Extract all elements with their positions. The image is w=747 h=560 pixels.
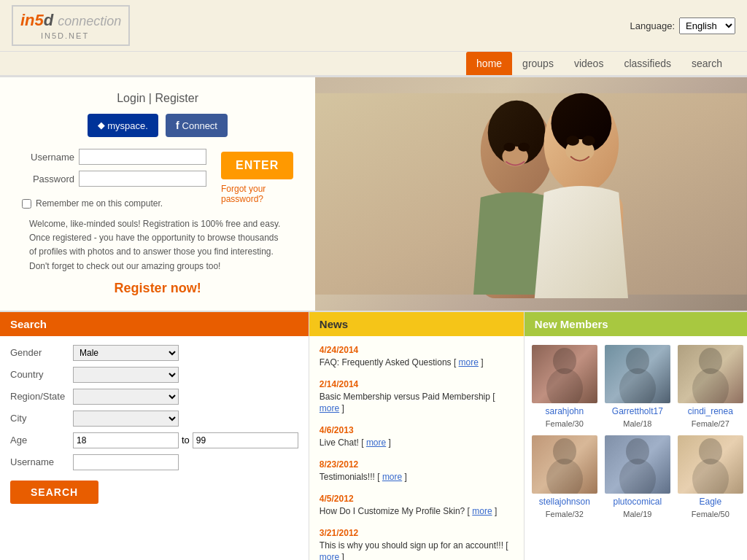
- city-select[interactable]: [73, 411, 179, 427]
- login-link[interactable]: Login: [117, 92, 145, 104]
- social-buttons: ◆ myspace. f Connect: [88, 114, 228, 137]
- country-control: United States Canada United Kingdom: [73, 367, 179, 383]
- age-to-input[interactable]: [193, 432, 298, 448]
- member-card[interactable]: cindi_renea Female/27: [678, 345, 743, 428]
- member-card[interactable]: Eagle Female/50: [678, 435, 743, 518]
- member-card[interactable]: plutocomical Male/19: [605, 435, 670, 518]
- member-silhouette: [605, 345, 670, 403]
- nav-home[interactable]: home: [466, 52, 512, 75]
- members-panel-header: New Members: [525, 312, 747, 336]
- remember-label: Remember me on this computer.: [36, 198, 163, 209]
- welcome-text: Welcome, like-minded souls! Registration…: [22, 217, 293, 273]
- news-panel: News 4/24/2014 FAQ: Frequently Asked Que…: [309, 312, 525, 560]
- member-name[interactable]: plutocomical: [613, 497, 662, 507]
- svg-point-16: [619, 368, 656, 403]
- news-more-link[interactable]: more: [382, 472, 402, 482]
- news-panel-header: News: [309, 312, 524, 336]
- news-item: 4/24/2014 FAQ: Frequently Asked Question…: [320, 345, 514, 369]
- svg-point-18: [692, 368, 729, 403]
- news-text: Testimonials!!! [ more ]: [320, 471, 514, 483]
- login-area: Login | Register ◆ myspace. f Connect Us…: [0, 77, 315, 311]
- member-info: Female/50: [692, 510, 729, 518]
- news-more-link[interactable]: more: [459, 357, 479, 368]
- member-info: Male/18: [623, 419, 651, 428]
- member-card[interactable]: stellajohnson Female/32: [532, 435, 597, 518]
- logo-connection: connection: [58, 14, 121, 29]
- logo-box: in5d connection IN5D.NET: [12, 5, 130, 46]
- age-row: Age to: [10, 432, 298, 448]
- member-info: Male/19: [623, 510, 651, 518]
- member-name[interactable]: Garrettholt17: [612, 406, 663, 416]
- navigation: home groups videos classifieds search: [0, 51, 747, 75]
- news-more-link[interactable]: more: [320, 552, 339, 560]
- myspace-label: myspace.: [107, 120, 148, 131]
- member-card[interactable]: sarahjohn Female/30: [532, 345, 597, 428]
- facebook-connect-button[interactable]: f Connect: [166, 114, 228, 137]
- country-select[interactable]: United States Canada United Kingdom: [73, 367, 179, 383]
- username-search-input[interactable]: [73, 454, 179, 470]
- search-panel-header: Search: [0, 312, 309, 336]
- nav-groups[interactable]: groups: [512, 52, 564, 75]
- logo-in5d: in5d: [20, 11, 53, 30]
- member-info: Female/27: [692, 419, 729, 428]
- age-from-input[interactable]: [73, 432, 179, 448]
- member-photo: [605, 345, 670, 403]
- age-control: to: [73, 432, 298, 448]
- svg-point-5: [518, 143, 530, 152]
- news-more-link[interactable]: more: [366, 438, 386, 448]
- member-name[interactable]: Eagle: [699, 497, 721, 507]
- nav-classifieds[interactable]: classifieds: [614, 52, 681, 75]
- svg-point-4: [504, 143, 516, 152]
- remember-checkbox[interactable]: [22, 199, 31, 209]
- svg-point-11: [582, 136, 595, 146]
- search-button[interactable]: SEARCH: [10, 481, 98, 504]
- city-label: City: [10, 413, 69, 424]
- couple-image: [315, 77, 747, 311]
- svg-point-14: [546, 368, 583, 403]
- member-name[interactable]: sarahjohn: [545, 406, 584, 416]
- news-date: 2/14/2014: [320, 379, 514, 389]
- gender-select[interactable]: Male Female Any: [73, 345, 179, 361]
- nav-search[interactable]: search: [681, 52, 732, 75]
- username-search-control: [73, 454, 179, 470]
- news-item: 2/14/2014 Basic Membership versus Paid M…: [320, 379, 514, 416]
- news-text: Basic Membership versus Paid Membership …: [320, 391, 514, 416]
- member-photo: [605, 435, 670, 494]
- username-input[interactable]: [79, 149, 206, 165]
- hero-image: [315, 77, 747, 311]
- login-fields: Username Password Remember me on this co…: [22, 149, 206, 209]
- news-item: 3/21/2012 This is why you should sign up…: [320, 528, 514, 560]
- member-name[interactable]: stellajohnson: [539, 497, 590, 507]
- age-label: Age: [10, 435, 69, 446]
- language-label: Language:: [630, 20, 675, 31]
- news-text: How Do I Customize My Profile Skin? [ mo…: [320, 505, 514, 518]
- member-photo: [678, 435, 743, 494]
- forgot-password-link[interactable]: Forgot your password?: [221, 184, 293, 204]
- member-name[interactable]: cindi_renea: [688, 406, 733, 416]
- news-more-link[interactable]: more: [472, 506, 492, 516]
- panels-row: Search Gender Male Female Any Country: [0, 311, 747, 560]
- member-card[interactable]: Garrettholt17 Male/18: [605, 345, 670, 428]
- news-text: Live Chat! [ more ]: [320, 437, 514, 449]
- register-link[interactable]: Register: [155, 92, 198, 104]
- nav-videos[interactable]: videos: [564, 52, 614, 75]
- myspace-button[interactable]: ◆ myspace.: [88, 114, 158, 137]
- enter-button[interactable]: ENTER: [221, 152, 293, 179]
- news-date: 4/6/2013: [320, 425, 514, 435]
- facebook-icon: f: [176, 120, 179, 131]
- header: in5d connection IN5D.NET Language: Engli…: [0, 0, 747, 51]
- city-control: [73, 411, 179, 427]
- member-silhouette: [678, 435, 743, 494]
- register-now-link[interactable]: Register now!: [115, 281, 201, 296]
- news-item: 8/23/2012 Testimonials!!! [ more ]: [320, 459, 514, 483]
- svg-point-24: [692, 459, 729, 494]
- region-row: Region/State: [10, 389, 298, 405]
- member-silhouette: [532, 345, 597, 403]
- news-more-link[interactable]: more: [320, 403, 339, 413]
- language-select[interactable]: English Spanish French German: [679, 18, 735, 34]
- gender-row: Gender Male Female Any: [10, 345, 298, 361]
- password-input[interactable]: [79, 171, 206, 187]
- language-selector-area: Language: English Spanish French German: [630, 18, 735, 34]
- members-grid: sarahjohn Female/30 Garrettholt17 Male/1…: [525, 336, 747, 527]
- region-select[interactable]: [73, 389, 179, 405]
